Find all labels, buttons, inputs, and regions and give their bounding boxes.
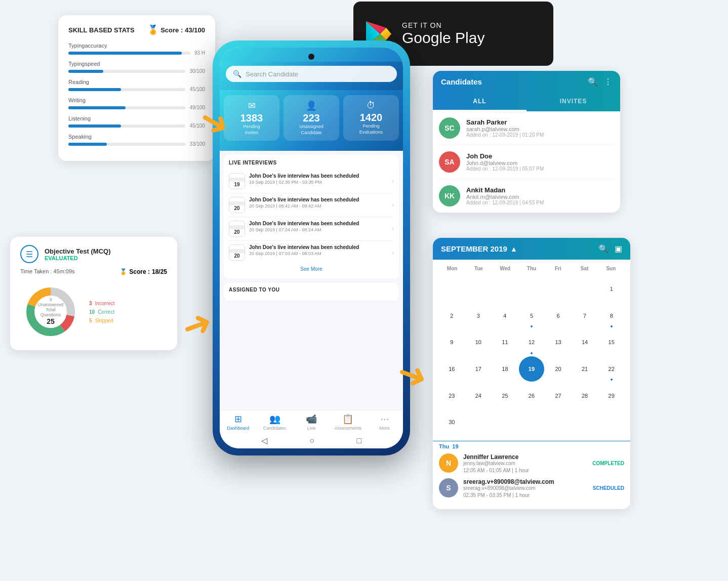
calendar-day-cell[interactable]: 1	[598, 276, 624, 302]
donut-center: 3Unanswered Total Questions 25	[35, 298, 66, 325]
event-time: 02:35 PM - 03:35 PM | 1 hour	[463, 492, 588, 498]
dashboard-label: Dashboard	[227, 426, 249, 431]
search-icon[interactable]: 🔍	[598, 244, 609, 254]
search-icon[interactable]: 🔍	[588, 77, 598, 87]
candidate-email: Ankit.m@talview.com	[466, 194, 544, 200]
calendar-day-cell[interactable]: 18	[492, 356, 518, 382]
calendar-day-cell[interactable]: 13	[545, 329, 571, 355]
nav-candidates[interactable]: 👥 Candidates	[256, 413, 293, 431]
interview-title: John Doe's live interview has been sched…	[249, 221, 388, 226]
mcq-score: 🏅 Score : 18/25	[119, 268, 167, 275]
calendar-day-cell[interactable]: 10	[466, 329, 492, 355]
live-interviews-section: LIVE INTERVIEWS 19 John Doe's live inter…	[224, 155, 399, 279]
calendar-day-cell[interactable]: 27	[545, 383, 571, 408]
skill-bar-wrap: 93 H	[68, 50, 205, 56]
calendar-day-cell[interactable]: 3	[466, 303, 492, 329]
candidate-item[interactable]: KK Ankit Madan Ankit.m@talview.com Added…	[439, 179, 614, 213]
home-button[interactable]: ○	[309, 436, 314, 445]
chevron-right-icon: ›	[392, 201, 394, 209]
interview-info: John Doe's live interview has been sched…	[249, 173, 388, 185]
calendar-day-cell[interactable]: 29	[598, 383, 624, 408]
calendar-day-cell[interactable]: 25	[492, 383, 518, 408]
more-options-icon[interactable]: ⋮	[604, 77, 612, 87]
phone-stats: ✉ 1383 PendingInvites 👤 223 UnassignedCa…	[220, 90, 403, 151]
tab-invites[interactable]: INVITES	[527, 93, 620, 111]
cal-top	[229, 201, 245, 205]
calendar-day-cell[interactable]: 24	[466, 383, 492, 408]
interview-item[interactable]: 20 John Doe's live interview has been sc…	[229, 193, 394, 217]
skill-row: Writing 49/100	[68, 97, 205, 110]
recents-button[interactable]: □	[357, 436, 362, 445]
calendar-day-cell[interactable]: 15	[598, 329, 624, 355]
interview-time: 20 Sep 2019 | 08:42 AM - 09:42 AM	[249, 203, 388, 209]
candidate-item[interactable]: SC Sarah Parker sarah.p@talview.com Adde…	[439, 111, 614, 145]
calendar-day-cell[interactable]: 5	[519, 303, 545, 329]
calendar-day-cell[interactable]: 26	[519, 383, 545, 408]
calendar-day-cell[interactable]: 16	[439, 356, 465, 382]
back-button[interactable]: ◁	[261, 436, 267, 445]
phone-search-bar[interactable]: 🔍 Search Candidate	[226, 66, 397, 82]
nav-dashboard[interactable]: ⊞ Dashboard	[220, 413, 256, 431]
skill-value: 33/100	[189, 141, 205, 147]
calendar-day-cell[interactable]: 12	[519, 329, 545, 355]
nav-live[interactable]: 📹 Live	[293, 413, 330, 431]
skill-row: Listening 45/100	[68, 115, 205, 129]
phone-content: LIVE INTERVIEWS 19 John Doe's live inter…	[220, 151, 403, 410]
calendar-day-cell[interactable]: 8	[598, 303, 624, 329]
video-icon[interactable]: ▣	[615, 244, 622, 254]
pending-eval-label: PendingEvaluations	[346, 123, 396, 135]
calendar-event-item[interactable]: N Jenniffer Lawrence jenny.law@talview.c…	[439, 453, 624, 473]
skill-row: Typingspeed 30/100	[68, 61, 205, 74]
calendar-day-cell[interactable]: 20	[545, 356, 571, 382]
correct-count: 10	[89, 309, 95, 315]
candidate-item[interactable]: SA Joh Doe John.d@talview.com Added on :…	[439, 145, 614, 179]
calendar-day-cell[interactable]: 30	[439, 409, 465, 435]
candidates-panel-title: Candidates	[441, 77, 482, 86]
day-sat: Sat	[571, 264, 597, 273]
phone: 🔍 Search Candidate ✉ 1383 PendingInvites…	[213, 40, 410, 455]
chevron-up-icon[interactable]: ▲	[510, 245, 517, 253]
calendar-day-cell[interactable]: 22	[598, 356, 624, 382]
score-label: Score :	[129, 268, 150, 275]
calendar-day-cell	[572, 276, 598, 302]
calendar-day-cell[interactable]: 21	[572, 356, 598, 382]
unassigned-num: 223	[287, 112, 336, 124]
calendar-event-item[interactable]: S sreerag.v+890098@talview.com sreerag.v…	[439, 478, 624, 498]
skill-bar-wrap: 45/100	[68, 123, 205, 129]
calendar-day-cell[interactable]: 6	[545, 303, 571, 329]
calendar-day-cell[interactable]: 11	[492, 329, 518, 355]
interview-item[interactable]: 19 John Doe's live interview has been sc…	[229, 170, 394, 193]
calendar-day-cell[interactable]: 28	[572, 383, 598, 408]
calendar-day-cell[interactable]: 14	[572, 329, 598, 355]
calendar-day-cell[interactable]: 9	[439, 329, 465, 355]
calendar-day-cell[interactable]: 17	[466, 356, 492, 382]
calendar-day-cell[interactable]: 2	[439, 303, 465, 329]
tab-all[interactable]: ALL	[433, 93, 527, 111]
interview-time: 20 Sep 2019 | 07:24 AM - 08:24 AM	[249, 227, 388, 232]
skill-bar-bg	[68, 124, 185, 128]
calendar-day-cell[interactable]: 23	[439, 383, 465, 408]
day-wed: Wed	[492, 264, 518, 273]
unassigned-label: UnassignedCandidate	[287, 124, 336, 136]
calendar-day-cell	[439, 276, 465, 302]
candidates-panel: Candidates 🔍 ⋮ ALL INVITES SC Sarah Park…	[433, 71, 620, 213]
phone-notch	[220, 48, 403, 62]
candidate-name: Sarah Parker	[466, 118, 544, 126]
calendar-day-cell[interactable]: 7	[572, 303, 598, 329]
see-more-button[interactable]: See More	[229, 264, 394, 274]
mcq-meta: Time Taken : 45m:09s 🏅 Score : 18/25	[20, 268, 167, 275]
skill-bar-fill	[68, 143, 107, 146]
interview-item[interactable]: 20 John Doe's live interview has been sc…	[229, 217, 394, 241]
candidate-name: Joh Doe	[466, 152, 544, 160]
incorrect-count: 3	[89, 301, 92, 306]
interview-item[interactable]: 20 John Doe's live interview has been sc…	[229, 241, 394, 264]
legend-skipped: 5 Skipped	[89, 318, 114, 323]
interview-info: John Doe's live interview has been sched…	[249, 244, 388, 256]
nav-more[interactable]: ⋯ More	[367, 413, 403, 431]
skill-stats-card: SKILL BASED STATS 🏅 Score : 43/100 Typin…	[58, 15, 215, 161]
skill-card-title: SKILL BASED STATS	[68, 26, 135, 34]
calendar-day-cell[interactable]: 19	[519, 356, 545, 382]
calendar-day-cell[interactable]: 4	[492, 303, 518, 329]
nav-assessments[interactable]: 📋 Assessments	[330, 413, 366, 431]
skill-bar-fill	[68, 52, 182, 55]
